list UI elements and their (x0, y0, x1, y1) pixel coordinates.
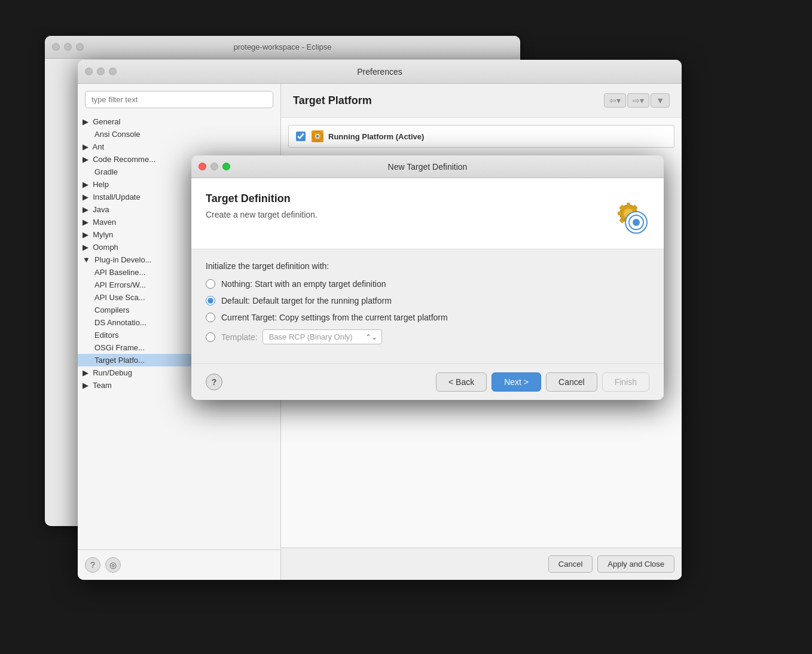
option-template-row: Template: Base RCP (Binary Only) Empty T… (206, 329, 649, 344)
label-nothing: Nothing: Start with an empty target defi… (221, 279, 386, 289)
dialog-subtext: Create a new target definition. (206, 210, 318, 219)
template-dropdown[interactable]: Base RCP (Binary Only) Empty Target Defi… (262, 329, 382, 344)
svg-rect-7 (618, 212, 622, 215)
apply-close-button[interactable]: Apply and Close (597, 555, 674, 573)
tree-item-general[interactable]: ▶ General (78, 115, 280, 128)
dialog-footer: ? < Back Next > Cancel Finish (191, 363, 664, 400)
nav-back-button[interactable]: ⇦▾ (604, 93, 626, 108)
template-dropdown-wrap: Base RCP (Binary Only) Empty Target Defi… (262, 329, 382, 344)
new-target-dialog: New Target Definition Target Definition … (191, 155, 664, 400)
radio-nothing[interactable] (206, 279, 215, 289)
dialog-traffic-lights (199, 163, 230, 170)
preferences-traffic-lights (85, 68, 117, 75)
target-definition-icon (608, 192, 649, 234)
tree-item-ansi-console[interactable]: Ansi Console (78, 128, 280, 140)
label-default: Default: Default target for the running … (221, 296, 392, 305)
dialog-titlebar: New Target Definition (191, 155, 664, 178)
nav-forward-button[interactable]: ⇨▾ (627, 93, 649, 108)
dialog-title: New Target Definition (388, 162, 468, 172)
nav-buttons: ⇦▾ ⇨▾ ▼ (604, 93, 670, 108)
option-nothing: Nothing: Start with an empty target defi… (206, 279, 649, 289)
eclipse-titlebar: protege-workspace - Eclipse (45, 36, 520, 59)
content-title: Target Platform (293, 94, 372, 107)
svg-point-15 (633, 219, 640, 226)
pref-close-button[interactable] (85, 68, 93, 75)
dialog-close-button[interactable] (199, 163, 206, 170)
dialog-body: Target Definition Create a new target de… (191, 178, 664, 249)
target-platform-list: Running Platform (Active) (281, 118, 682, 157)
dialog-action-buttons: < Back Next > Cancel Finish (436, 372, 649, 392)
sidebar-bottom-bar: ? ◎ (78, 549, 280, 580)
eclipse-minimize-button[interactable] (64, 43, 72, 51)
dialog-header-section: Target Definition Create a new target de… (206, 192, 649, 234)
label-current: Current Target: Copy settings from the c… (221, 313, 448, 322)
back-button[interactable]: < Back (436, 372, 487, 392)
platform-icon (312, 130, 323, 142)
dialog-heading-section: Target Definition Create a new target de… (206, 192, 318, 219)
template-label: Template: (221, 332, 258, 342)
pref-cancel-button[interactable]: Cancel (548, 555, 593, 573)
nav-dropdown-button[interactable]: ▼ (651, 93, 670, 108)
preferences-title: Preferences (357, 67, 402, 77)
option-current: Current Target: Copy settings from the c… (206, 313, 649, 322)
dialog-help-button[interactable]: ? (206, 374, 222, 390)
radio-default[interactable] (206, 296, 215, 305)
tree-item-ant[interactable]: ▶ Ant (78, 140, 280, 153)
platform-row: Running Platform (Active) (288, 125, 674, 148)
dialog-minimize-button[interactable] (210, 163, 218, 170)
eclipse-close-button[interactable] (52, 43, 60, 51)
next-button[interactable]: Next > (492, 372, 541, 392)
eclipse-title: protege-workspace - Eclipse (233, 42, 331, 51)
cancel-button[interactable]: Cancel (546, 372, 597, 392)
pref-maximize-button[interactable] (109, 68, 117, 75)
svg-rect-5 (627, 203, 630, 207)
help-button[interactable]: ? (85, 557, 100, 573)
restore-defaults-button[interactable]: ◎ (105, 557, 121, 573)
svg-point-2 (316, 135, 319, 137)
filter-input[interactable] (85, 91, 273, 108)
eclipse-traffic-lights (52, 43, 84, 51)
preferences-titlebar: Preferences (78, 60, 682, 84)
eclipse-maximize-button[interactable] (76, 43, 84, 51)
pref-minimize-button[interactable] (97, 68, 105, 75)
content-header: Target Platform ⇦▾ ⇨▾ ▼ (281, 84, 682, 118)
radio-current[interactable] (206, 313, 215, 322)
option-default: Default: Default target for the running … (206, 296, 649, 305)
dialog-heading: Target Definition (206, 192, 318, 205)
options-label: Initialize the target definition with: (206, 261, 649, 271)
finish-button[interactable]: Finish (602, 372, 649, 392)
radio-template[interactable] (206, 332, 215, 342)
platform-checkbox[interactable] (296, 132, 306, 141)
platform-name: Running Platform (Active) (328, 132, 424, 141)
dialog-maximize-button[interactable] (222, 163, 230, 170)
dialog-options: Initialize the target definition with: N… (191, 249, 664, 363)
